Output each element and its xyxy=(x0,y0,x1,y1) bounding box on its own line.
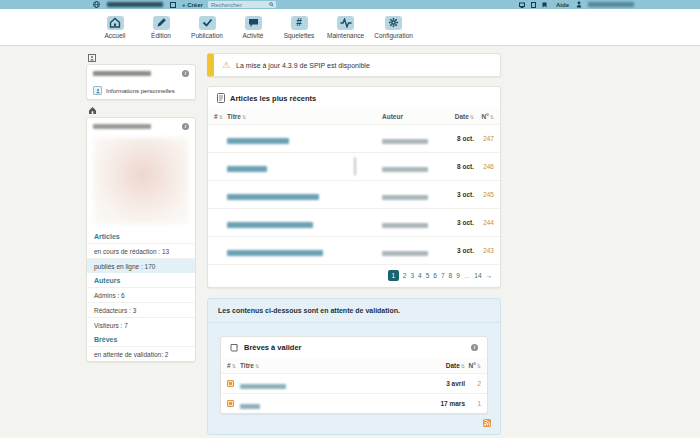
info-icon[interactable]: i xyxy=(471,344,478,351)
article-title-redacted[interactable] xyxy=(227,250,323,256)
sort-icon: ⇅ xyxy=(232,363,236,369)
username-redacted[interactable] xyxy=(588,2,634,7)
page-button[interactable]: 4 xyxy=(418,272,422,279)
search-icon[interactable] xyxy=(269,2,274,7)
nav-squelettes[interactable]: # Squelettes xyxy=(281,16,317,39)
info-icon[interactable]: i xyxy=(182,123,189,130)
site-logo-image xyxy=(94,138,188,224)
article-author-redacted[interactable] xyxy=(382,223,428,228)
article-author-redacted[interactable] xyxy=(382,139,428,144)
breve-number: 1 xyxy=(465,400,481,407)
article-title-redacted[interactable] xyxy=(227,166,267,172)
article-author-redacted[interactable] xyxy=(382,251,428,256)
page-button[interactable]: 9 xyxy=(456,272,460,279)
stat-row[interactable]: Rédacteurs : 3 xyxy=(87,302,195,317)
article-date: 8 oct. xyxy=(440,163,474,170)
stat-row[interactable]: publiés en ligne : 170 xyxy=(87,258,195,273)
article-row[interactable]: 8 oct. 247 xyxy=(208,124,500,152)
nav-maintenance[interactable]: Maintenance xyxy=(327,16,364,39)
box-title: Brèves à valider xyxy=(244,343,466,352)
nav-publication[interactable]: Publication xyxy=(189,16,225,39)
screen-icon[interactable] xyxy=(519,2,525,8)
page-button[interactable]: 6 xyxy=(433,272,437,279)
col-titre[interactable]: Titre⇅ xyxy=(240,362,421,369)
main-nav: Accueil Édition Publication Activité # S… xyxy=(0,9,700,46)
article-row[interactable]: 3 oct. 245 xyxy=(208,180,500,208)
article-author-redacted[interactable] xyxy=(382,167,428,172)
chat-icon xyxy=(245,16,262,30)
col-hash[interactable]: #⇅ xyxy=(214,113,227,120)
nav-activite[interactable]: Activité xyxy=(235,16,271,39)
articles-table-header: #⇅ Titre⇅ Auteur Date⇅ N°⇅ xyxy=(208,109,500,124)
top-bar: + Créer Aide xyxy=(0,0,700,9)
col-num[interactable]: N°⇅ xyxy=(465,362,481,369)
next-page-icon[interactable]: → xyxy=(486,272,493,279)
globe-icon[interactable] xyxy=(93,1,100,8)
help-link[interactable]: Aide xyxy=(556,2,569,8)
page-button[interactable]: 8 xyxy=(449,272,453,279)
rss-icon[interactable] xyxy=(483,419,491,427)
page-button[interactable]: 1 xyxy=(388,270,399,281)
validation-heading: Les contenus ci-dessous sont en attente … xyxy=(208,299,500,323)
article-icon xyxy=(217,93,225,103)
shortcut-icon[interactable] xyxy=(170,2,176,8)
article-author-redacted[interactable] xyxy=(382,195,428,200)
stat-row[interactable]: en cours de rédaction : 13 xyxy=(87,243,195,258)
col-date[interactable]: Date⇅ xyxy=(421,362,465,369)
stats-auteurs-heading: Auteurs xyxy=(87,273,195,287)
article-number: 243 xyxy=(474,247,494,254)
personal-info-link[interactable]: Informations personnelles xyxy=(87,82,195,99)
pagination-ellipsis: … xyxy=(464,272,471,279)
article-title-redacted[interactable] xyxy=(227,194,319,200)
col-num[interactable]: N°⇅ xyxy=(474,113,494,120)
bookmark-icon[interactable] xyxy=(542,2,547,8)
page-button[interactable]: 7 xyxy=(441,272,445,279)
breve-date: 17 mars xyxy=(421,400,465,407)
col-auteur[interactable]: Auteur xyxy=(382,113,440,120)
breves-table-header: #⇅ Titre⇅ Date⇅ N°⇅ xyxy=(221,358,487,373)
info-icon[interactable]: i xyxy=(182,70,189,77)
breve-title-redacted[interactable] xyxy=(240,404,260,409)
breves-box: Brèves à valider i #⇅ Titre⇅ Date⇅ N°⇅ 3… xyxy=(220,336,488,414)
article-row[interactable]: 3 oct. 243 xyxy=(208,236,500,264)
page-button[interactable]: 3 xyxy=(410,272,414,279)
col-titre[interactable]: Titre⇅ xyxy=(227,113,354,120)
author-card-icon xyxy=(88,53,196,62)
article-row[interactable]: 8 oct. 246 xyxy=(208,152,500,180)
article-row[interactable]: 3 oct. 244 xyxy=(208,208,500,236)
create-button[interactable]: + Créer xyxy=(182,2,203,8)
plus-icon: + xyxy=(182,2,186,8)
breve-row[interactable]: 17 mars 1 xyxy=(221,393,487,413)
col-hash[interactable]: #⇅ xyxy=(227,362,240,369)
article-number: 245 xyxy=(474,191,494,198)
update-warning: ⚠ La mise à jour 4.3.9 de SPIP est dispo… xyxy=(207,53,501,77)
nav-edition[interactable]: Édition xyxy=(143,16,179,39)
stats-breves-heading: Brèves xyxy=(87,332,195,346)
page-icon[interactable] xyxy=(531,2,536,8)
stats-articles-heading: Articles xyxy=(87,229,195,243)
sort-icon: ⇅ xyxy=(242,114,246,120)
search-input[interactable] xyxy=(208,1,276,8)
search-wrap xyxy=(208,1,276,8)
stat-row[interactable]: en attente de validation: 2 xyxy=(87,346,195,361)
article-title-redacted[interactable] xyxy=(227,138,289,144)
main-column: ⚠ La mise à jour 4.3.9 de SPIP est dispo… xyxy=(207,53,501,435)
user-icon[interactable] xyxy=(576,1,582,8)
check-icon xyxy=(199,16,216,30)
nav-accueil[interactable]: Accueil xyxy=(97,16,133,39)
breve-title-redacted[interactable] xyxy=(240,384,286,389)
stat-row[interactable]: Visiteurs : 7 xyxy=(87,317,195,332)
breve-row[interactable]: 3 avril 2 xyxy=(221,373,487,393)
site-name-redacted[interactable] xyxy=(107,2,163,7)
gear-icon xyxy=(385,16,402,30)
page-button[interactable]: 5 xyxy=(426,272,430,279)
stat-row[interactable]: Admins : 6 xyxy=(87,287,195,302)
page-button[interactable]: 2 xyxy=(403,272,407,279)
page-button[interactable]: 14 xyxy=(474,272,481,279)
article-title-redacted[interactable] xyxy=(227,222,313,228)
article-number: 244 xyxy=(474,219,494,226)
article-number: 247 xyxy=(474,135,494,142)
article-number: 246 xyxy=(474,163,494,170)
col-date[interactable]: Date⇅ xyxy=(440,113,474,120)
nav-configuration[interactable]: Configuration xyxy=(374,16,413,39)
